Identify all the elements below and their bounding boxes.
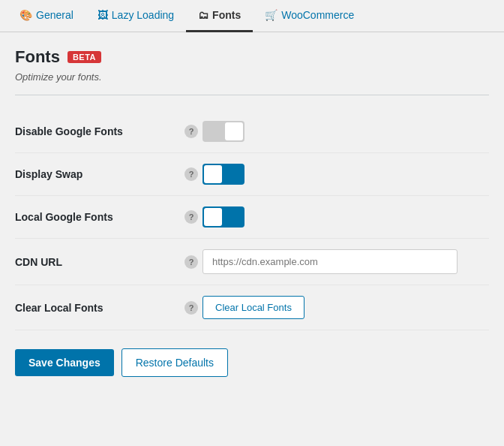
section-divider xyxy=(15,95,489,95)
tab-woocommerce[interactable]: 🛒 WooCommerce xyxy=(253,0,366,32)
beta-badge: BETA xyxy=(68,51,101,63)
local-google-fonts-toggle[interactable] xyxy=(202,206,244,228)
page-heading: Fonts BETA xyxy=(15,47,489,67)
footer-buttons: Save Changes Restore Defaults xyxy=(15,348,489,377)
local-google-fonts-thumb xyxy=(204,208,222,226)
tab-fonts[interactable]: 🗂 Fonts xyxy=(186,0,253,32)
general-icon: 🎨 xyxy=(20,9,32,21)
disable-google-fonts-thumb xyxy=(225,122,243,140)
help-icon-display-swap[interactable]: ? xyxy=(184,167,198,181)
setting-clear-local-fonts: Clear Local Fonts ? Clear Local Fonts xyxy=(15,285,489,330)
disable-google-fonts-track xyxy=(202,121,244,142)
tab-fonts-label: Fonts xyxy=(212,9,241,21)
setting-disable-google-fonts: Disable Google Fonts ? xyxy=(15,110,489,153)
save-changes-button[interactable]: Save Changes xyxy=(15,349,114,376)
disable-google-fonts-label: Disable Google Fonts xyxy=(15,125,180,137)
fonts-icon: 🗂 xyxy=(198,9,208,21)
setting-cdn-url: CDN URL ? xyxy=(15,239,489,285)
clear-local-fonts-help[interactable]: ? xyxy=(180,301,202,315)
help-icon-disable-google-fonts[interactable]: ? xyxy=(184,125,198,138)
local-google-fonts-control xyxy=(202,206,489,228)
display-swap-label: Display Swap xyxy=(15,168,180,180)
disable-google-fonts-toggle[interactable] xyxy=(202,121,244,142)
woocommerce-icon: 🛒 xyxy=(265,9,278,21)
setting-display-swap: Display Swap ? xyxy=(15,153,489,196)
tab-nav: 🎨 General 🖼 Lazy Loading 🗂 Fonts 🛒 WooCo… xyxy=(0,0,504,32)
clear-local-fonts-button[interactable]: Clear Local Fonts xyxy=(202,296,304,319)
local-google-fonts-help[interactable]: ? xyxy=(180,210,202,224)
tab-general[interactable]: 🎨 General xyxy=(8,0,86,32)
local-google-fonts-label: Local Google Fonts xyxy=(15,211,180,223)
lazy-loading-icon: 🖼 xyxy=(98,9,108,21)
clear-local-fonts-label: Clear Local Fonts xyxy=(15,302,180,314)
help-icon-clear-local-fonts[interactable]: ? xyxy=(184,301,198,315)
tab-lazy-loading-label: Lazy Loading xyxy=(112,9,174,21)
disable-google-fonts-help[interactable]: ? xyxy=(180,125,202,138)
display-swap-thumb xyxy=(204,165,222,183)
page-title: Fonts xyxy=(15,47,60,67)
display-swap-help[interactable]: ? xyxy=(180,167,202,181)
cdn-url-help[interactable]: ? xyxy=(180,255,202,269)
main-content: Fonts BETA Optimize your fonts. Disable … xyxy=(0,32,504,392)
local-google-fonts-track xyxy=(202,206,244,228)
page-subtitle: Optimize your fonts. xyxy=(15,71,489,83)
disable-google-fonts-control xyxy=(202,121,489,142)
display-swap-control xyxy=(202,164,489,185)
clear-local-fonts-control: Clear Local Fonts xyxy=(202,296,489,319)
setting-local-google-fonts: Local Google Fonts ? xyxy=(15,196,489,239)
tab-general-label: General xyxy=(36,9,74,21)
tab-lazy-loading[interactable]: 🖼 Lazy Loading xyxy=(86,0,186,32)
cdn-url-label: CDN URL xyxy=(15,256,180,268)
help-icon-cdn-url[interactable]: ? xyxy=(184,255,198,269)
cdn-url-input[interactable] xyxy=(202,249,458,274)
cdn-url-control xyxy=(202,249,489,274)
display-swap-toggle[interactable] xyxy=(202,164,244,185)
help-icon-local-google-fonts[interactable]: ? xyxy=(184,210,198,224)
tab-woocommerce-label: WooCommerce xyxy=(281,9,354,21)
display-swap-track xyxy=(202,164,244,185)
restore-defaults-button[interactable]: Restore Defaults xyxy=(122,348,228,377)
